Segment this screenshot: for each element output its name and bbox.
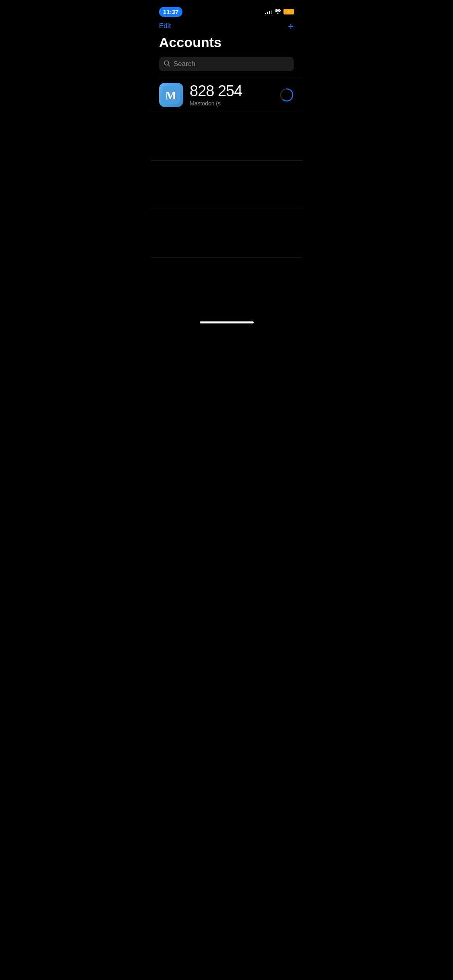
status-time: 11:37	[159, 7, 182, 17]
account-name: Mastodon (s	[190, 100, 273, 107]
empty-section-4	[151, 257, 302, 306]
signal-icon	[265, 9, 272, 14]
account-number: 828 254	[190, 83, 273, 100]
empty-section-3	[151, 209, 302, 257]
progress-circle	[279, 88, 294, 102]
battery-icon: ⚡	[283, 9, 294, 14]
add-button[interactable]: +	[288, 21, 294, 31]
mastodon-app-icon: M	[159, 83, 183, 107]
account-item[interactable]: M 828 254 Mastodon (s	[151, 78, 302, 112]
edit-button[interactable]: Edit	[159, 22, 171, 30]
nav-bar: Edit +	[151, 18, 302, 33]
svg-point-0	[164, 61, 169, 65]
search-icon	[164, 60, 170, 68]
account-info: 828 254 Mastodon (s	[190, 83, 273, 107]
status-icons: ⚡	[265, 9, 294, 15]
battery-charging-icon: ⚡	[286, 9, 292, 14]
status-bar: 11:37 ⚡	[151, 0, 302, 18]
signal-bar-3	[269, 11, 270, 14]
page-title: Accounts	[151, 33, 302, 57]
signal-bar-1	[265, 13, 266, 14]
empty-section-2	[151, 161, 302, 209]
signal-bar-2	[267, 12, 268, 14]
svg-line-1	[168, 65, 170, 66]
search-input[interactable]: Search	[174, 60, 195, 68]
empty-section-1	[151, 112, 302, 160]
home-indicator	[200, 321, 254, 323]
search-bar[interactable]: Search	[159, 57, 294, 71]
svg-text:M: M	[165, 89, 176, 102]
wifi-icon	[275, 9, 281, 15]
signal-bar-4	[271, 10, 272, 14]
